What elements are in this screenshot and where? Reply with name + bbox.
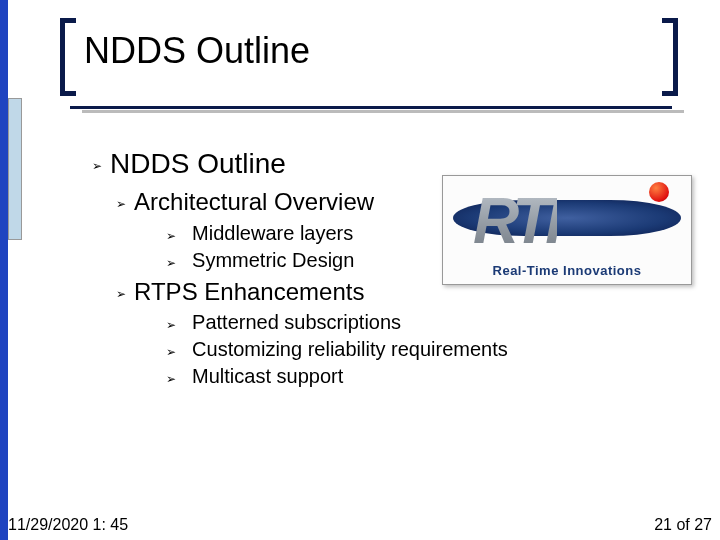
slide-title: NDDS Outline xyxy=(84,30,310,72)
bracket-left-icon xyxy=(60,18,76,96)
bullet-icon: ➢ xyxy=(116,278,126,302)
section-heading-text: Architectural Overview xyxy=(134,188,374,216)
logo-dot-icon xyxy=(649,182,669,202)
bullet-icon: ➢ xyxy=(166,222,176,244)
bullet-icon: ➢ xyxy=(166,338,176,360)
list-item: ➢ Multicast support xyxy=(166,365,692,388)
outline-heading-text: NDDS Outline xyxy=(110,148,286,180)
logo-letters: RTI xyxy=(473,184,557,258)
title-frame: NDDS Outline xyxy=(60,18,678,96)
bullet-icon: ➢ xyxy=(116,188,126,212)
list-item-text: Middleware layers xyxy=(192,222,353,245)
title-underline xyxy=(70,106,672,109)
list-item-text: Patterned subscriptions xyxy=(192,311,401,334)
list-item-text: Customizing reliability requirements xyxy=(192,338,508,361)
list-item-text: Symmetric Design xyxy=(192,249,354,272)
rti-logo: RTI Real-Time Innovations xyxy=(442,175,692,285)
list-item-text: Multicast support xyxy=(192,365,343,388)
section-heading-text: RTPS Enhancements xyxy=(134,278,364,306)
left-accent-strip xyxy=(0,0,8,540)
logo-subtitle: Real-Time Innovations xyxy=(443,263,691,278)
bullet-icon: ➢ xyxy=(166,249,176,271)
bullet-icon: ➢ xyxy=(92,148,102,174)
footer-datetime: 11/29/2020 1: 45 xyxy=(8,516,128,534)
left-tab-decor xyxy=(8,98,22,240)
bullet-icon: ➢ xyxy=(166,311,176,333)
list-item: ➢ Patterned subscriptions xyxy=(166,311,692,334)
list-item: ➢ Customizing reliability requirements xyxy=(166,338,692,361)
title-underline-shadow xyxy=(82,110,684,113)
bracket-right-icon xyxy=(662,18,678,96)
bullet-icon: ➢ xyxy=(166,365,176,387)
footer-page-number: 21 of 27 xyxy=(654,516,712,534)
